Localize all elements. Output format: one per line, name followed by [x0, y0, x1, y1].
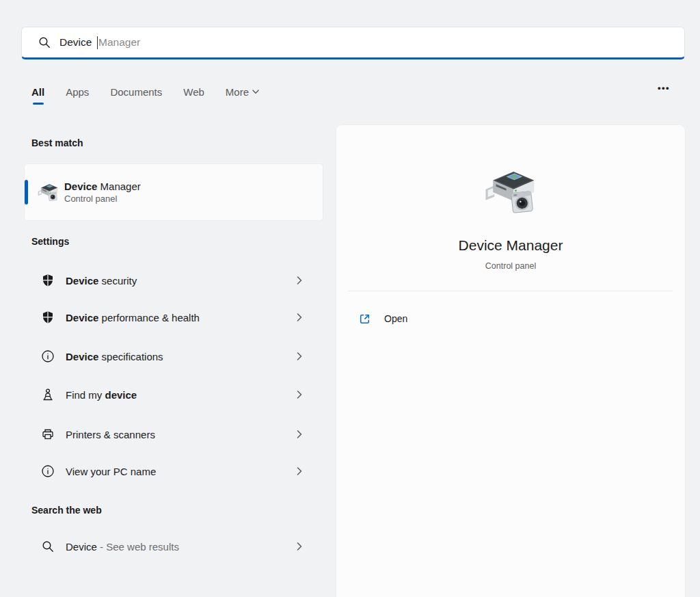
- search-box[interactable]: Device Manager: [21, 27, 685, 59]
- preview-subtitle: Control panel: [336, 261, 685, 271]
- tab-documents-label: Documents: [110, 86, 162, 98]
- tab-apps-label: Apps: [66, 86, 89, 98]
- open-external-icon: [358, 313, 371, 326]
- open-label: Open: [384, 313, 407, 324]
- tab-more[interactable]: More: [226, 86, 259, 98]
- search-filter-tabs: All Apps Documents Web More: [31, 86, 259, 98]
- web-query-text: Device: [66, 541, 97, 553]
- tab-all[interactable]: All: [31, 86, 44, 98]
- tab-documents[interactable]: Documents: [110, 86, 162, 98]
- shield-icon: [41, 274, 55, 287]
- best-match-result[interactable]: Device Manager Control panel: [25, 164, 323, 220]
- settings-heading: Settings: [31, 236, 69, 247]
- chevron-right-icon: [297, 352, 302, 360]
- device-manager-icon-large: [481, 164, 540, 220]
- result-device-specifications[interactable]: Device specifications: [25, 337, 323, 375]
- preview-title: Device Manager: [336, 237, 685, 254]
- chevron-right-icon: [297, 430, 302, 438]
- search-input[interactable]: Device Manager: [59, 36, 140, 49]
- search-typed-text: Device: [59, 36, 95, 49]
- windows-search-flyout: Device Manager All Apps Documents Web Mo…: [0, 0, 700, 597]
- search-icon: [41, 540, 55, 553]
- chevron-right-icon: [297, 542, 302, 550]
- web-suffix-text: - See web results: [97, 541, 179, 553]
- divider: [349, 291, 673, 291]
- device-manager-icon: [36, 181, 60, 204]
- tab-web-label: Web: [183, 86, 204, 98]
- tab-more-label: More: [226, 86, 249, 98]
- printer-icon: [41, 427, 55, 441]
- result-find-my-device[interactable]: Find my device: [25, 375, 323, 414]
- search-icon: [38, 36, 51, 49]
- text-caret: [97, 36, 98, 49]
- options-ellipsis-button[interactable]: •••: [658, 83, 670, 93]
- search-web-heading: Search the web: [31, 505, 102, 516]
- best-match-subtitle: Control panel: [64, 194, 141, 204]
- chevron-right-icon: [297, 390, 302, 399]
- result-printers-scanners[interactable]: Printers & scanners: [25, 415, 323, 453]
- best-match-heading: Best match: [31, 137, 83, 148]
- tab-apps[interactable]: Apps: [66, 86, 89, 98]
- tab-web[interactable]: Web: [183, 86, 204, 98]
- info-icon: [41, 349, 55, 363]
- preview-panel: Device Manager Control panel Open: [336, 125, 685, 597]
- chevron-right-icon: [297, 313, 302, 321]
- result-device-performance-health[interactable]: Device performance & health: [25, 298, 323, 336]
- person-locate-icon: [41, 388, 55, 401]
- open-action[interactable]: Open: [358, 306, 685, 332]
- result-web-search[interactable]: Device - See web results: [25, 527, 323, 566]
- tab-all-label: All: [31, 86, 44, 98]
- chevron-right-icon: [297, 467, 302, 475]
- best-match-text: Device Manager Control panel: [64, 181, 141, 204]
- search-suggestion-text: Manager: [98, 36, 140, 49]
- result-device-security[interactable]: Device security: [25, 261, 323, 300]
- result-view-pc-name[interactable]: View your PC name: [25, 452, 323, 490]
- chevron-down-icon: [252, 90, 259, 94]
- info-icon: [41, 464, 55, 478]
- chevron-right-icon: [297, 276, 302, 284]
- best-match-title: Device Manager: [64, 181, 141, 192]
- selection-accent-bar: [25, 180, 28, 204]
- shield-icon: [41, 310, 55, 324]
